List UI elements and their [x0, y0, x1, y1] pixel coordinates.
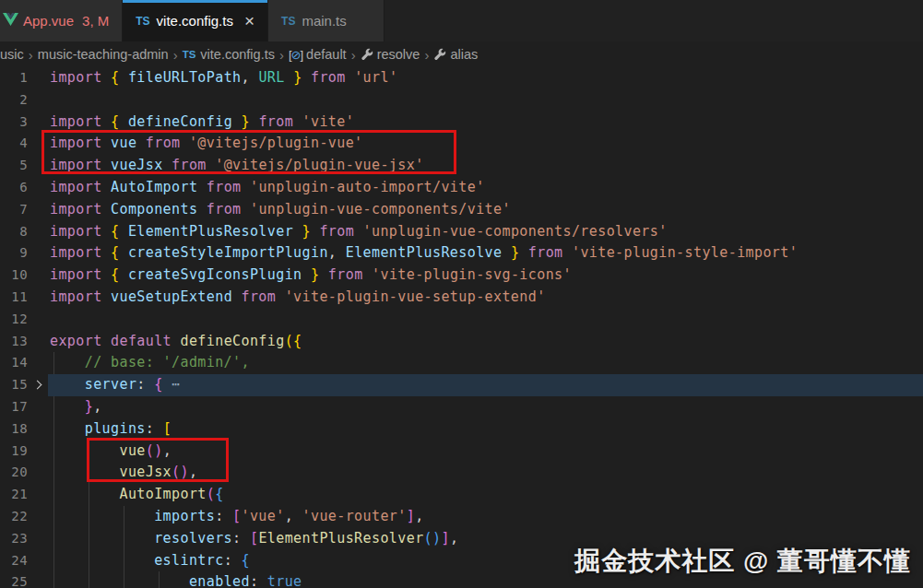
- fold-column: [28, 462, 50, 484]
- code-line[interactable]: 1import { fileURLToPath, URL } from 'url…: [0, 67, 923, 89]
- tab-label: App.vue: [23, 13, 74, 29]
- code-text: export default defineConfig({: [50, 331, 923, 353]
- breadcrumb-label: usic: [0, 47, 24, 62]
- breadcrumb-item-music-teaching-admin[interactable]: music-teaching-admin: [38, 47, 169, 62]
- tab-main-ts[interactable]: TSmain.ts: [268, 0, 385, 41]
- line-number: 20: [0, 462, 28, 484]
- tab-app-vue[interactable]: App.vue3, M: [0, 0, 123, 41]
- code-text: import { createSvgIconsPlugin } from 'vi…: [50, 265, 923, 287]
- breadcrumb-separator: ›: [173, 47, 178, 63]
- vscode-window: App.vue3, MTSvite.config.ts×TSmain.ts us…: [0, 0, 923, 588]
- code-text: imports: ['vue', 'vue-router'],: [50, 506, 923, 528]
- fold-column: [28, 265, 50, 287]
- line-number: 21: [0, 484, 28, 506]
- line-number: 14: [0, 352, 28, 374]
- watermark: 掘金技术社区 @ 董哥懂不懂: [574, 544, 911, 579]
- code-text: import vueSetupExtend from 'vite-plugin-…: [50, 287, 923, 309]
- breadcrumb-label: resolve: [377, 47, 420, 62]
- code-text: },: [50, 396, 923, 418]
- namespace-icon: [⊘]: [289, 48, 302, 62]
- breadcrumb-item-default[interactable]: [⊘]default: [289, 47, 347, 62]
- fold-column: [28, 374, 50, 396]
- line-number: 7: [0, 199, 28, 221]
- line-number: 5: [0, 155, 28, 177]
- line-number: 18: [0, 418, 28, 441]
- line-number: 1: [0, 67, 28, 89]
- line-number: 2: [0, 89, 28, 112]
- fold-column: [28, 484, 50, 506]
- fold-column: [28, 177, 50, 199]
- code-line[interactable]: 11import vueSetupExtend from 'vite-plugi…: [0, 287, 923, 309]
- code-line[interactable]: 8import { ElementPlusResolver } from 'un…: [0, 221, 923, 243]
- line-number: 8: [0, 221, 28, 243]
- code-line[interactable]: 18 plugins: [: [0, 418, 923, 441]
- tab-vite-config-ts[interactable]: TSvite.config.ts×: [123, 0, 268, 41]
- code-line[interactable]: 22 imports: ['vue', 'vue-router'],: [0, 506, 923, 528]
- line-number: 11: [0, 287, 28, 309]
- fold-column: [28, 242, 50, 265]
- breadcrumb-item-alias[interactable]: alias: [433, 47, 478, 62]
- line-number: 4: [0, 133, 28, 155]
- line-number: 13: [0, 331, 28, 353]
- fold-column: [28, 571, 50, 588]
- ts-icon: TS: [136, 15, 149, 28]
- code-line[interactable]: 10import { createSvgIconsPlugin } from '…: [0, 265, 923, 287]
- breadcrumb-item-usic[interactable]: usic: [0, 47, 24, 62]
- code-line[interactable]: 14 // base: '/admin/',: [0, 352, 923, 374]
- breadcrumb-label: default: [306, 47, 347, 62]
- code-line[interactable]: 21 AutoImport({: [0, 484, 923, 506]
- fold-column: [28, 528, 50, 550]
- highlight-box: [87, 438, 229, 482]
- breadcrumb-separator: ›: [279, 47, 284, 63]
- breadcrumb-label: alias: [450, 47, 478, 62]
- code-text: import AutoImport from 'unplugin-auto-im…: [50, 177, 923, 199]
- breadcrumb-label: vite.config.ts: [200, 47, 275, 62]
- line-number: 23: [0, 528, 28, 550]
- code-text: import { ElementPlusResolver } from 'unp…: [50, 221, 923, 243]
- active-tab-indicator: [123, 0, 267, 3]
- code-text: import Components from 'unplugin-vue-com…: [50, 199, 923, 221]
- breadcrumb-item-resolve[interactable]: resolve: [361, 47, 420, 62]
- line-number: 9: [0, 242, 28, 265]
- code-text: AutoImport({: [50, 484, 923, 506]
- fold-column: [28, 418, 50, 441]
- code-line[interactable]: 7import Components from 'unplugin-vue-co…: [0, 199, 923, 221]
- wrench-icon: [433, 48, 446, 61]
- fold-chevron-icon[interactable]: [33, 380, 42, 389]
- code-line[interactable]: 9import { createStyleImportPlugin, Eleme…: [0, 242, 923, 265]
- breadcrumb-separator: ›: [351, 47, 356, 63]
- fold-column: [28, 67, 50, 89]
- code-text: // base: '/admin/',: [50, 352, 923, 374]
- line-number: 19: [0, 441, 28, 463]
- ts-icon: TS: [183, 49, 196, 60]
- code-text: [50, 309, 923, 331]
- line-number: 3: [0, 112, 28, 134]
- code-line[interactable]: 13export default defineConfig({: [0, 331, 923, 353]
- breadcrumb-separator: ›: [424, 47, 429, 63]
- wrench-icon: [361, 48, 373, 61]
- fold-column: [28, 287, 50, 309]
- fold-column: [28, 331, 50, 353]
- code-text: import { fileURLToPath, URL } from 'url': [50, 67, 923, 89]
- tab-bar-empty-space: [385, 0, 923, 41]
- line-number: 22: [0, 506, 28, 528]
- line-number: 10: [0, 265, 28, 287]
- fold-column: [28, 550, 50, 572]
- code-line[interactable]: 15 server: { ⋯: [0, 374, 923, 396]
- fold-column: [28, 309, 50, 331]
- highlight-box: [41, 130, 456, 174]
- code-line[interactable]: 6import AutoImport from 'unplugin-auto-i…: [0, 177, 923, 199]
- code-text: import { createStyleImportPlugin, Elemen…: [50, 242, 923, 265]
- code-text: server: { ⋯: [50, 374, 923, 396]
- code-line[interactable]: 17 },: [0, 396, 923, 418]
- code-line[interactable]: 12: [0, 309, 923, 331]
- breadcrumb-separator: ›: [29, 47, 33, 63]
- fold-column: [28, 506, 50, 528]
- code-line[interactable]: 2: [0, 89, 923, 112]
- breadcrumb-label: music-teaching-admin: [38, 47, 169, 62]
- line-number: 6: [0, 177, 28, 199]
- code-editor[interactable]: 1import { fileURLToPath, URL } from 'url…: [0, 67, 923, 588]
- close-icon[interactable]: ×: [244, 12, 254, 29]
- ts-icon: TS: [281, 15, 295, 28]
- breadcrumb-item-vite-config-ts[interactable]: TSvite.config.ts: [183, 47, 275, 62]
